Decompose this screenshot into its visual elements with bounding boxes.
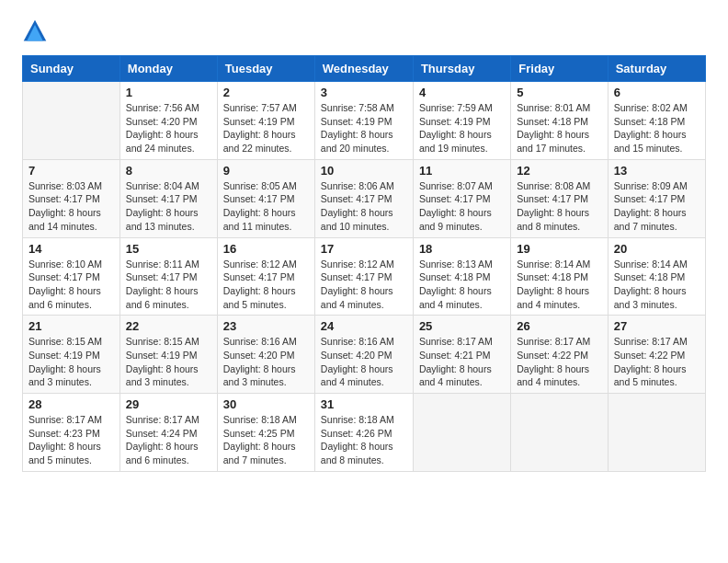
header-cell-monday: Monday (119, 56, 217, 82)
page-header (22, 18, 706, 44)
day-info: Sunrise: 7:56 AM Sunset: 4:20 PM Dayligh… (126, 101, 211, 155)
day-info: Sunrise: 8:12 AM Sunset: 4:17 PM Dayligh… (321, 258, 407, 312)
day-info: Sunrise: 8:17 AM Sunset: 4:22 PM Dayligh… (614, 335, 700, 389)
day-number: 11 (419, 164, 505, 178)
calendar-cell: 13Sunrise: 8:09 AM Sunset: 4:17 PM Dayli… (608, 159, 705, 237)
calendar-cell: 19Sunrise: 8:14 AM Sunset: 4:18 PM Dayli… (511, 237, 608, 316)
day-number: 7 (28, 164, 114, 178)
calendar-cell: 30Sunrise: 8:18 AM Sunset: 4:25 PM Dayli… (217, 394, 314, 472)
day-number: 14 (28, 242, 114, 256)
day-number: 8 (126, 164, 211, 178)
day-number: 5 (517, 86, 601, 99)
day-info: Sunrise: 8:05 AM Sunset: 4:17 PM Dayligh… (223, 179, 309, 234)
calendar-cell: 20Sunrise: 8:14 AM Sunset: 4:18 PM Dayli… (608, 237, 705, 316)
calendar-cell: 28Sunrise: 8:17 AM Sunset: 4:23 PM Dayli… (23, 394, 120, 472)
day-number: 15 (126, 242, 211, 256)
calendar-table: SundayMondayTuesdayWednesdayThursdayFrid… (22, 55, 706, 472)
calendar-week-3: 14Sunrise: 8:10 AM Sunset: 4:17 PM Dayli… (23, 237, 706, 316)
header-cell-saturday: Saturday (608, 56, 705, 82)
calendar-cell: 16Sunrise: 8:12 AM Sunset: 4:17 PM Dayli… (217, 237, 314, 316)
day-number: 9 (223, 164, 309, 178)
day-number: 6 (614, 86, 700, 99)
calendar-cell: 5Sunrise: 8:01 AM Sunset: 4:18 PM Daylig… (511, 82, 608, 160)
day-number: 23 (223, 319, 309, 333)
calendar-week-1: 1Sunrise: 7:56 AM Sunset: 4:20 PM Daylig… (23, 82, 706, 160)
day-number: 2 (223, 86, 309, 99)
day-info: Sunrise: 8:14 AM Sunset: 4:18 PM Dayligh… (517, 258, 601, 312)
calendar-body: 1Sunrise: 7:56 AM Sunset: 4:20 PM Daylig… (23, 82, 706, 472)
day-info: Sunrise: 8:02 AM Sunset: 4:18 PM Dayligh… (614, 101, 700, 155)
day-info: Sunrise: 7:59 AM Sunset: 4:19 PM Dayligh… (419, 101, 505, 155)
day-number: 28 (28, 397, 114, 411)
calendar-cell: 8Sunrise: 8:04 AM Sunset: 4:17 PM Daylig… (119, 159, 217, 237)
calendar-header: SundayMondayTuesdayWednesdayThursdayFrid… (23, 56, 706, 82)
day-info: Sunrise: 8:04 AM Sunset: 4:17 PM Dayligh… (126, 179, 211, 234)
calendar-cell: 3Sunrise: 7:58 AM Sunset: 4:19 PM Daylig… (314, 82, 413, 160)
day-info: Sunrise: 8:17 AM Sunset: 4:23 PM Dayligh… (28, 413, 114, 467)
calendar-cell (511, 394, 608, 472)
calendar-cell: 26Sunrise: 8:17 AM Sunset: 4:22 PM Dayli… (511, 316, 608, 394)
day-number: 20 (614, 242, 700, 256)
calendar-cell: 21Sunrise: 8:15 AM Sunset: 4:19 PM Dayli… (23, 316, 120, 394)
day-number: 31 (321, 397, 407, 411)
day-number: 26 (517, 319, 601, 333)
calendar-cell: 31Sunrise: 8:18 AM Sunset: 4:26 PM Dayli… (314, 394, 413, 472)
calendar-week-2: 7Sunrise: 8:03 AM Sunset: 4:17 PM Daylig… (23, 159, 706, 237)
logo (22, 18, 51, 44)
calendar-week-5: 28Sunrise: 8:17 AM Sunset: 4:23 PM Dayli… (23, 394, 706, 472)
header-cell-sunday: Sunday (23, 56, 120, 82)
day-number: 16 (223, 242, 309, 256)
calendar-cell: 12Sunrise: 8:08 AM Sunset: 4:17 PM Dayli… (511, 159, 608, 237)
calendar-cell: 24Sunrise: 8:16 AM Sunset: 4:20 PM Dayli… (314, 316, 413, 394)
header-cell-tuesday: Tuesday (217, 56, 314, 82)
calendar-cell: 11Sunrise: 8:07 AM Sunset: 4:17 PM Dayli… (413, 159, 510, 237)
day-number: 19 (517, 242, 601, 256)
header-row: SundayMondayTuesdayWednesdayThursdayFrid… (23, 56, 706, 82)
calendar-cell (413, 394, 510, 472)
day-info: Sunrise: 8:06 AM Sunset: 4:17 PM Dayligh… (321, 179, 407, 234)
calendar-cell: 25Sunrise: 8:17 AM Sunset: 4:21 PM Dayli… (413, 316, 510, 394)
calendar-week-4: 21Sunrise: 8:15 AM Sunset: 4:19 PM Dayli… (23, 316, 706, 394)
day-info: Sunrise: 8:15 AM Sunset: 4:19 PM Dayligh… (28, 335, 114, 389)
calendar-cell: 6Sunrise: 8:02 AM Sunset: 4:18 PM Daylig… (608, 82, 705, 160)
calendar-cell: 27Sunrise: 8:17 AM Sunset: 4:22 PM Dayli… (608, 316, 705, 394)
day-info: Sunrise: 8:07 AM Sunset: 4:17 PM Dayligh… (419, 179, 505, 234)
day-number: 13 (614, 164, 700, 178)
day-info: Sunrise: 8:15 AM Sunset: 4:19 PM Dayligh… (126, 335, 211, 389)
day-number: 22 (126, 319, 211, 333)
day-info: Sunrise: 8:10 AM Sunset: 4:17 PM Dayligh… (28, 258, 114, 312)
day-number: 1 (126, 86, 211, 99)
header-cell-thursday: Thursday (413, 56, 510, 82)
day-number: 10 (321, 164, 407, 178)
day-info: Sunrise: 8:03 AM Sunset: 4:17 PM Dayligh… (28, 179, 114, 234)
day-info: Sunrise: 8:18 AM Sunset: 4:26 PM Dayligh… (321, 413, 407, 467)
day-info: Sunrise: 7:58 AM Sunset: 4:19 PM Dayligh… (321, 101, 407, 155)
day-number: 29 (126, 397, 211, 411)
calendar-cell: 29Sunrise: 8:17 AM Sunset: 4:24 PM Dayli… (119, 394, 217, 472)
day-number: 18 (419, 242, 505, 256)
generalblue-logo-icon (22, 18, 48, 44)
day-number: 3 (321, 86, 407, 99)
day-info: Sunrise: 8:17 AM Sunset: 4:22 PM Dayligh… (517, 335, 601, 389)
day-number: 12 (517, 164, 601, 178)
day-info: Sunrise: 8:14 AM Sunset: 4:18 PM Dayligh… (614, 258, 700, 312)
calendar-cell: 4Sunrise: 7:59 AM Sunset: 4:19 PM Daylig… (413, 82, 510, 160)
calendar-cell: 1Sunrise: 7:56 AM Sunset: 4:20 PM Daylig… (119, 82, 217, 160)
day-info: Sunrise: 8:17 AM Sunset: 4:21 PM Dayligh… (419, 335, 505, 389)
calendar-cell: 17Sunrise: 8:12 AM Sunset: 4:17 PM Dayli… (314, 237, 413, 316)
calendar-cell: 10Sunrise: 8:06 AM Sunset: 4:17 PM Dayli… (314, 159, 413, 237)
day-info: Sunrise: 8:18 AM Sunset: 4:25 PM Dayligh… (223, 413, 309, 467)
calendar-cell (23, 82, 120, 160)
calendar-cell (608, 394, 705, 472)
calendar-cell: 18Sunrise: 8:13 AM Sunset: 4:18 PM Dayli… (413, 237, 510, 316)
day-number: 24 (321, 319, 407, 333)
day-info: Sunrise: 8:16 AM Sunset: 4:20 PM Dayligh… (223, 335, 309, 389)
calendar-cell: 7Sunrise: 8:03 AM Sunset: 4:17 PM Daylig… (23, 159, 120, 237)
day-number: 25 (419, 319, 505, 333)
day-number: 30 (223, 397, 309, 411)
day-info: Sunrise: 8:17 AM Sunset: 4:24 PM Dayligh… (126, 413, 211, 467)
header-cell-wednesday: Wednesday (314, 56, 413, 82)
calendar-cell: 9Sunrise: 8:05 AM Sunset: 4:17 PM Daylig… (217, 159, 314, 237)
day-info: Sunrise: 8:12 AM Sunset: 4:17 PM Dayligh… (223, 258, 309, 312)
day-info: Sunrise: 8:16 AM Sunset: 4:20 PM Dayligh… (321, 335, 407, 389)
